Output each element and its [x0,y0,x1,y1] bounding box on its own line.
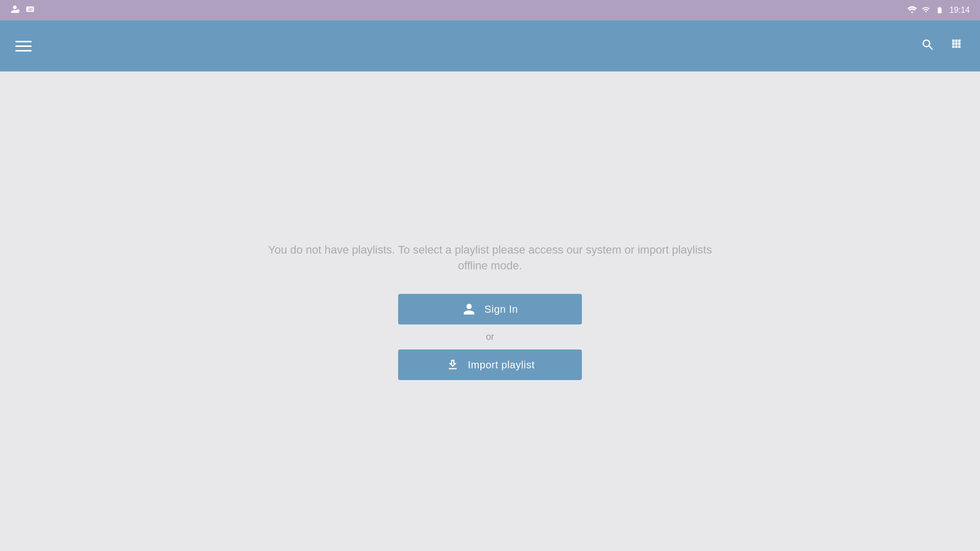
main-content: You do not have playlists. To select a p… [0,71,980,551]
battery-icon [935,6,944,15]
keyboard-icon [26,5,35,16]
sign-in-label: Sign In [484,304,518,315]
status-bar: 19:14 [0,0,980,20]
user-icon [462,302,476,316]
notification-icon [10,5,19,16]
action-buttons: Sign In or Import playlist [398,294,582,380]
wifi-icon [908,6,917,15]
hamburger-line-3 [15,50,32,52]
hamburger-line-1 [15,41,32,42]
status-bar-right: 19:14 [908,6,970,15]
hamburger-line-2 [15,45,32,47]
or-divider: or [486,332,494,342]
import-playlist-label: Import playlist [468,359,535,371]
sign-in-button[interactable]: Sign In [398,294,582,324]
empty-state-message: You do not have playlists. To select a p… [260,242,720,274]
time-display: 19:14 [949,6,970,15]
status-bar-left [10,5,35,16]
signal-icon [922,6,930,15]
download-icon [446,358,460,372]
grid-view-icon[interactable] [950,38,965,54]
search-icon[interactable] [921,38,935,54]
app-bar-left [15,41,32,52]
app-bar-right [921,38,965,54]
import-playlist-button[interactable]: Import playlist [398,349,582,380]
app-bar [0,20,980,71]
menu-button[interactable] [15,41,32,52]
